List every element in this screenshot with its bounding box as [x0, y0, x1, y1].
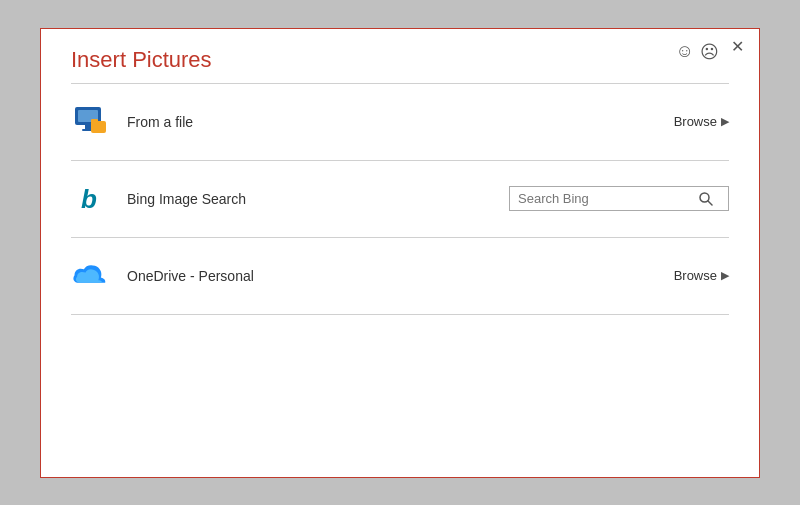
onedrive-label: OneDrive - Personal: [127, 268, 654, 284]
browse-arrow-icon: ▶: [721, 115, 729, 128]
onedrive-cloud-icon: [72, 264, 106, 288]
title-bar: Insert Pictures ☺ ☹: [41, 29, 759, 83]
bing-icon: b: [81, 186, 97, 212]
sad-icon[interactable]: ☹: [700, 41, 719, 63]
from-file-browse[interactable]: Browse ▶: [674, 114, 729, 129]
divider-bottom: [71, 314, 729, 315]
svg-line-7: [708, 201, 712, 205]
onedrive-row: OneDrive - Personal Browse ▶: [41, 238, 759, 314]
feedback-icons: ☺ ☹: [676, 41, 719, 63]
bing-search-box: [509, 186, 729, 211]
happy-icon[interactable]: ☺: [676, 41, 694, 62]
onedrive-browse[interactable]: Browse ▶: [674, 268, 729, 283]
close-button[interactable]: ✕: [726, 37, 749, 57]
search-magnifier-icon: [699, 192, 713, 206]
bing-search-button[interactable]: [699, 192, 713, 206]
onedrive-icon-container: [71, 258, 107, 294]
bing-search-input[interactable]: [518, 191, 693, 206]
bing-search-row: b Bing Image Search: [41, 161, 759, 237]
from-file-label: From a file: [127, 114, 654, 130]
file-icon-svg: [71, 107, 107, 137]
dialog-title: Insert Pictures: [71, 47, 212, 73]
onedrive-browse-arrow-icon: ▶: [721, 269, 729, 282]
insert-pictures-dialog: ✕ Insert Pictures ☺ ☹: [40, 28, 760, 478]
bing-icon-container: b: [71, 181, 107, 217]
bing-search-label: Bing Image Search: [127, 191, 489, 207]
from-file-row: From a file Browse ▶: [41, 84, 759, 160]
file-icon: [71, 104, 107, 140]
svg-rect-5: [91, 119, 98, 123]
